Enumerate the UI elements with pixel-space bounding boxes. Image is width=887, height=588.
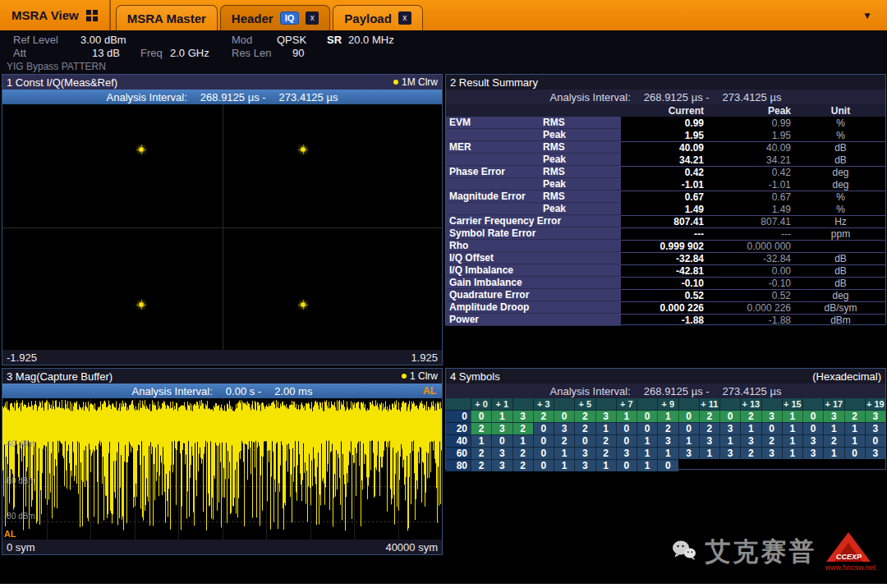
symbol-cell: 2 [512, 459, 533, 471]
msra-view-button[interactable]: MSRA View [0, 0, 111, 30]
symbols-col-header: + 1 [491, 398, 512, 410]
constellation-plot[interactable] [2, 104, 442, 350]
symbol-cell: 1 [844, 422, 865, 434]
panel-symbols-title-bar[interactable]: 4 Symbols (Hexadecimal) [446, 369, 885, 384]
result-label: Amplitude Droop [449, 301, 529, 313]
auto-level-indicator: AL [4, 529, 16, 539]
panel-const-iq[interactable]: 1 Const I/Q(Meas&Ref) 1M Clrw Analysis I… [2, 74, 443, 365]
symbol-cell: 0 [637, 410, 657, 422]
symbol-cell: 3 [595, 410, 616, 422]
summary-column-headers: Current Peak Unit [446, 104, 885, 117]
result-row: Rho0.999 9020.000 000 [446, 240, 885, 252]
symbol-cell: 0 [616, 434, 637, 447]
symbols-col-header: + 17 [823, 398, 843, 410]
symbols-row-label: 0 [446, 410, 471, 422]
panel-result-summary[interactable]: 2 Result Summary Analysis Interval: 268.… [445, 74, 886, 325]
att-value: 13 dB [92, 47, 120, 59]
summary-table: EVMRMS0.990.99%Peak1.951.95%MERRMS40.094… [446, 117, 885, 326]
result-current-value: 0.52 [621, 290, 709, 301]
symbol-cell: 1 [512, 434, 533, 447]
symbol-cell: 2 [471, 422, 491, 434]
panel-mag-title-bar[interactable]: 3 Mag(Capture Buffer) 1 Clrw [2, 369, 442, 384]
result-unit: % [796, 117, 885, 129]
result-peak-value: 0.000 000 [709, 241, 796, 252]
symbol-cell: 1 [844, 434, 865, 447]
symbols-col-header: + 7 [616, 398, 637, 410]
channel-info-bar[interactable]: Ref Level 3.00 dBm Mod QPSK SR 20.0 MHz … [0, 30, 887, 74]
symbol-cell: 3 [761, 447, 782, 459]
interval-label: Analysis Interval: [132, 385, 213, 397]
result-unit: deg [796, 290, 885, 301]
magnitude-plot[interactable]: -40 dBm -60 dBm -80 dBm AL [2, 398, 442, 540]
result-label-cell: Symbol Rate Error [446, 227, 621, 240]
panel-summary-title-bar[interactable]: 2 Result Summary [446, 75, 885, 90]
res-len-label: Res Len [232, 47, 271, 59]
interval-to: 2.00 ms [274, 385, 312, 397]
interval-to: 273.4125 µs [279, 91, 338, 103]
close-icon[interactable]: x [306, 11, 319, 25]
att-label: Att [13, 47, 26, 59]
symbol-cell: 1 [678, 434, 699, 447]
result-peak-value: 0.99 [709, 117, 796, 129]
symbol-cell-empty [719, 459, 740, 471]
symbol-cell: 1 [782, 447, 802, 459]
result-peak-value: 40.09 [709, 142, 796, 154]
constellation-point [301, 147, 306, 151]
result-current-value: 0.99 [621, 117, 709, 129]
symbols-table: 0013202310102023103232023203210020231010… [446, 410, 885, 471]
symbols-row: 2023203210020231010113 [446, 422, 885, 434]
symbol-cell: 3 [574, 459, 595, 471]
symbols-col-header: + 15 [782, 398, 802, 410]
symbol-cell: 1 [554, 447, 574, 459]
result-label-cell: MERRMS [446, 141, 621, 154]
panel-const-title-bar[interactable]: 1 Const I/Q(Meas&Ref) 1M Clrw [2, 75, 442, 90]
symbol-cell: 0 [761, 422, 782, 434]
symbol-cell: 3 [491, 459, 512, 471]
top-bar: MSRA View MSRA Master Header IQ x Payloa… [0, 0, 887, 30]
panel-const-title: 1 Const I/Q(Meas&Ref) [7, 76, 117, 89]
tab-msra-master[interactable]: MSRA Master [116, 5, 218, 30]
symbol-cell: 3 [657, 434, 678, 447]
panel-symbols[interactable]: 4 Symbols (Hexadecimal) Analysis Interva… [445, 368, 886, 470]
result-current-value: 40.09 [621, 142, 709, 154]
symbols-col-header: + 19 [865, 398, 885, 410]
symbol-cell: 1 [823, 447, 843, 459]
mod-label: Mod [232, 34, 252, 46]
result-label: MER [449, 141, 471, 153]
mag-x-axis: 0 sym 40000 sym [2, 540, 442, 554]
symbols-col-header [802, 398, 823, 410]
result-current-value: -42.81 [621, 265, 709, 277]
symbol-cell: 0 [802, 422, 823, 434]
column-unit: Unit [796, 105, 885, 117]
panel-mag-capture[interactable]: 3 Mag(Capture Buffer) 1 Clrw Analysis In… [2, 368, 443, 555]
symbol-cell: 3 [719, 422, 740, 434]
result-unit: dB [796, 253, 885, 264]
chevron-down-icon[interactable]: ▼ [862, 10, 887, 21]
symbol-cell: 0 [844, 447, 865, 459]
close-icon[interactable]: x [398, 11, 411, 25]
result-sublabel: RMS [543, 141, 565, 153]
result-label-cell: Phase ErrorRMS [446, 166, 621, 178]
tab-payload[interactable]: Payload x [333, 5, 423, 30]
interval-from: 268.9125 µs - [644, 91, 710, 103]
symbol-cell: 2 [844, 410, 865, 422]
result-peak-value: 0.00 [709, 265, 796, 277]
interval-label: Analysis Interval: [550, 385, 631, 397]
y-gridline-label: -40 dBm [4, 439, 35, 448]
tab-header[interactable]: Header IQ x [220, 5, 330, 30]
symbol-cell: 0 [616, 459, 637, 471]
result-current-value: -32.84 [621, 253, 709, 264]
symbol-cell: 1 [740, 422, 761, 434]
result-peak-value: 0.000 226 [709, 302, 796, 314]
result-unit: dBm [796, 315, 885, 326]
symbol-cell: 1 [491, 410, 512, 422]
ref-level-label: Ref Level [13, 34, 58, 46]
interval-label: Analysis Interval: [107, 91, 187, 103]
symbol-cell: 2 [574, 422, 595, 434]
freq-value: 2.0 GHz [170, 47, 209, 59]
watermark-url: www.hncsw.net [825, 563, 876, 572]
result-sublabel: Peak [543, 154, 566, 165]
symbol-cell: 0 [719, 410, 740, 422]
result-unit: ppm [796, 228, 885, 240]
mag-analysis-interval-bar: Analysis Interval: 0.00 s - 2.00 ms AL [2, 384, 442, 398]
